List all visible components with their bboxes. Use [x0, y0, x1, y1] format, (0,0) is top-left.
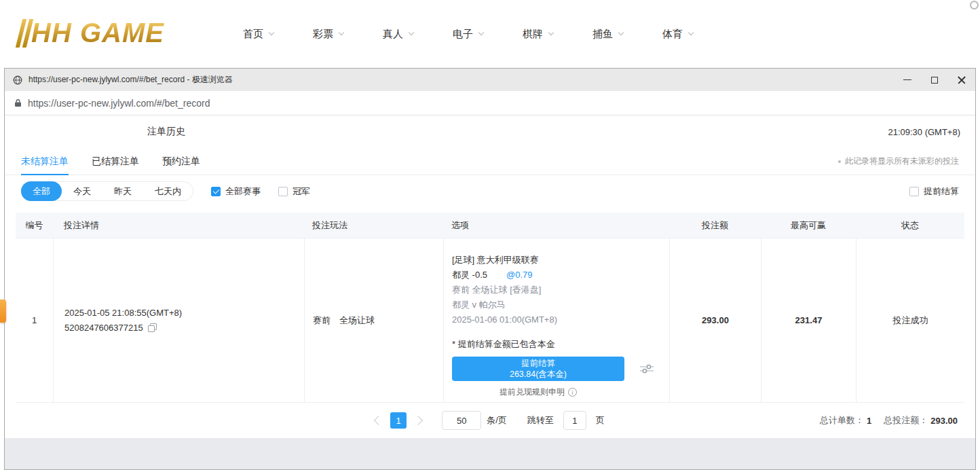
page-head: 注单历史 21:09:30 (GMT+8) — [5, 115, 975, 148]
stake-amount: 293.00 — [669, 238, 761, 402]
cashout-button[interactable]: 提前结算 263.84(含本金) — [452, 357, 624, 381]
nav-label: 彩票 — [313, 28, 333, 41]
header-bet-type: 投注玩法 — [304, 213, 443, 238]
max-win-amount: 231.47 — [761, 238, 856, 402]
bet-number: 5208247606377215 — [64, 323, 143, 333]
nav-item-lottery[interactable]: 彩票 — [313, 28, 343, 41]
date-filter-today[interactable]: 今天 — [62, 182, 102, 200]
corner-circle-icon[interactable] — [970, 1, 979, 10]
browser-titlebar[interactable]: https://user-pc-new.jylywl.com/#/bet_rec… — [5, 69, 975, 91]
browser-window: https://user-pc-new.jylywl.com/#/bet_rec… — [4, 68, 976, 470]
status-text: 投注成功 — [856, 238, 964, 402]
page-title: 注单历史 — [147, 126, 185, 138]
nav-label: 电子 — [453, 28, 473, 41]
header-id: 编号 — [16, 213, 53, 238]
bet-detail-cell: 2025-01-05 21:08:55(GMT+8) 5208247606377… — [53, 238, 304, 402]
page-unit-label: 页 — [596, 414, 605, 427]
table-row: 1 2025-01-05 21:08:55(GMT+8) 52082476063… — [16, 238, 964, 403]
early-settle-checkbox[interactable]: 提前结算 — [909, 185, 959, 198]
chevron-down-icon — [409, 30, 414, 35]
selection-odds[interactable]: @0.79 — [506, 270, 533, 280]
main-nav: 首页 彩票 真人 电子 棋牌 捕鱼 体育 — [243, 0, 693, 68]
tabs-note: 此记录将显示所有未派彩的投注 — [838, 148, 959, 175]
page-size-input[interactable] — [442, 411, 481, 430]
browser-title: https://user-pc-new.jylywl.com/#/bet_rec… — [29, 74, 233, 86]
cashout-note: * 提前结算金额已包含本金 — [452, 338, 555, 351]
bet-time: 2025-01-05 21:08:55(GMT+8) — [64, 308, 182, 318]
selection-match-time: 2025-01-06 01:00(GMT+8) — [452, 312, 557, 327]
tabs: 未结算注单 已结算注单 预约注单 — [21, 148, 200, 175]
total-stake-value: 293.00 — [930, 416, 958, 426]
date-filter-all[interactable]: 全部 — [21, 181, 62, 201]
checkbox-unchecked-icon — [278, 187, 288, 196]
close-button[interactable] — [948, 69, 975, 91]
champion-label: 冠军 — [293, 185, 310, 198]
date-filter-7days[interactable]: 七天内 — [143, 182, 193, 200]
jump-page-input[interactable] — [563, 411, 586, 430]
all-events-checkbox[interactable]: 全部赛事 — [211, 185, 261, 198]
selection-pick: 都灵 -0.5 — [452, 270, 487, 280]
slider-settings-icon[interactable] — [639, 363, 654, 375]
window-controls — [894, 69, 975, 91]
chevron-down-icon — [548, 30, 554, 35]
tab-unsettled[interactable]: 未结算注单 — [21, 148, 69, 175]
tab-reserved[interactable]: 预约注单 — [162, 148, 200, 175]
header-selection: 选项 — [443, 213, 669, 238]
nav-item-fishing[interactable]: 捕鱼 — [592, 28, 623, 41]
globe-icon — [13, 75, 22, 85]
header-stake: 投注额 — [669, 213, 761, 238]
nav-label: 捕鱼 — [592, 28, 613, 41]
bullet-icon — [838, 160, 841, 163]
chevron-down-icon — [618, 30, 624, 35]
per-page-label: 条/页 — [487, 414, 507, 427]
chevron-down-icon — [688, 30, 694, 35]
header-bet-detail: 投注详情 — [53, 213, 304, 238]
early-settle-label: 提前结算 — [924, 185, 959, 198]
bet-table: 编号 投注详情 投注玩法 选项 投注额 最高可赢 状态 1 2025-01-05… — [16, 213, 964, 403]
champion-checkbox[interactable]: 冠军 — [278, 185, 310, 198]
filter-row: 全部 今天 昨天 七天内 全部赛事 冠军 提前结算 — [5, 175, 975, 207]
floating-side-tag[interactable] — [0, 300, 6, 323]
cashout-button-line2: 263.84(含本金) — [510, 369, 567, 380]
minimize-icon — [903, 79, 911, 81]
next-page-button[interactable] — [413, 416, 423, 425]
date-filter-group: 全部 今天 昨天 七天内 — [21, 181, 193, 201]
nav-item-slots[interactable]: 电子 — [453, 28, 483, 41]
nav-label: 真人 — [383, 28, 403, 41]
total-count-label: 总计单数： — [820, 414, 864, 427]
minimize-button[interactable] — [894, 69, 921, 91]
checkbox-checked-icon — [211, 187, 221, 196]
nav-item-home[interactable]: 首页 — [243, 28, 274, 41]
cashout-row: 提前结算 263.84(含本金) — [452, 357, 654, 381]
maximize-icon — [931, 77, 938, 84]
cashout-rule-link[interactable]: 提前兑现规则申明 i — [452, 386, 624, 398]
nav-item-cards[interactable]: 棋牌 — [523, 28, 553, 41]
chevron-down-icon — [269, 30, 274, 35]
site-header: HH GAME 首页 彩票 真人 电子 棋牌 捕鱼 体育 — [0, 0, 980, 68]
selection-market: 赛前 全场让球 [香港盘] — [452, 283, 541, 297]
cashout-button-line1: 提前结算 — [521, 358, 555, 369]
nav-item-sports[interactable]: 体育 — [662, 28, 693, 41]
maximize-button[interactable] — [921, 69, 948, 91]
copy-icon[interactable] — [148, 323, 157, 332]
bet-number-line: 5208247606377215 — [64, 323, 157, 333]
nav-label: 棋牌 — [523, 28, 543, 41]
date-filter-yesterday[interactable]: 昨天 — [102, 182, 143, 200]
page-number-button[interactable]: 1 — [390, 412, 407, 429]
nav-item-live[interactable]: 真人 — [383, 28, 413, 41]
selection-pick-line: 都灵 -0.5@0.79 — [452, 268, 533, 283]
url-text: https://user-pc-new.jylywl.com/#/bet_rec… — [28, 98, 210, 109]
selection-match: 都灵 v 帕尔马 — [452, 297, 506, 312]
site-logo[interactable]: HH GAME — [19, 18, 164, 48]
cashout-rule-text: 提前兑现规则申明 — [500, 386, 565, 398]
header-status: 状态 — [856, 213, 964, 238]
lock-icon — [14, 98, 22, 107]
browser-addressbar[interactable]: https://user-pc-new.jylywl.com/#/bet_rec… — [5, 91, 975, 115]
pagination-bar: 1 条/页 跳转至 页 总计单数： 1 总投注额： 293.00 — [5, 403, 975, 438]
table-header-row: 编号 投注详情 投注玩法 选项 投注额 最高可赢 状态 — [16, 213, 964, 238]
bet-play: 赛前 全场让球 — [304, 238, 443, 402]
total-stake-label: 总投注额： — [884, 414, 928, 427]
tab-settled[interactable]: 已结算注单 — [92, 148, 139, 175]
prev-page-button[interactable] — [374, 416, 383, 425]
logo-text: HH GAME — [31, 18, 164, 48]
